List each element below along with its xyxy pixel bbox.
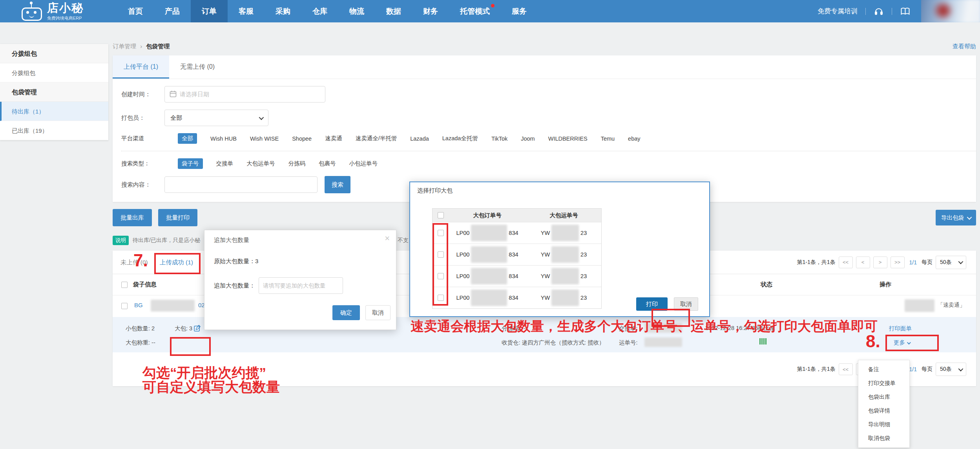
page-first-button[interactable]: << xyxy=(839,257,853,268)
menu-item-export-detail[interactable]: 导出明细 xyxy=(858,418,909,431)
platform-aliexpress[interactable]: 速卖通 xyxy=(325,135,342,142)
platform-name: 「速卖通」 xyxy=(938,302,965,309)
search-type-sort-code[interactable]: 分拣码 xyxy=(288,160,306,167)
nav-item-finance[interactable]: 财务 xyxy=(412,0,449,22)
tracking-suffix: 23 xyxy=(580,251,587,258)
bag-number-link[interactable]: BG xyxy=(134,302,143,308)
date-range-input[interactable]: 请选择日期 xyxy=(164,86,325,103)
packer-select[interactable]: 全部 xyxy=(164,110,268,126)
edit-icon[interactable] xyxy=(194,325,201,333)
col-big-tracking-no: 大包运单号 xyxy=(526,212,602,219)
redacted-order-no xyxy=(471,225,507,241)
nav-item-service[interactable]: 客服 xyxy=(228,0,265,22)
search-input[interactable] xyxy=(164,176,318,193)
page-last-button[interactable]: >> xyxy=(891,257,905,268)
search-content-label: 搜索内容： xyxy=(121,181,164,189)
breadcrumb-parent[interactable]: 订单管理 xyxy=(113,43,136,49)
platform-aliexpress-managed[interactable]: 速卖通全/半托管 xyxy=(356,135,397,142)
platform-wish-hub[interactable]: Wish HUB xyxy=(210,136,237,142)
confirm-button[interactable]: 确定 xyxy=(332,305,360,320)
row-checkbox[interactable] xyxy=(438,295,444,301)
page-next-button[interactable]: > xyxy=(873,257,887,268)
platform-tiktok[interactable]: TikTok xyxy=(491,136,507,142)
menu-item-bag-outbound[interactable]: 包袋出库 xyxy=(858,390,909,404)
nav-item-purchase[interactable]: 采购 xyxy=(265,0,301,22)
divider xyxy=(892,8,892,15)
platform-wish-wise[interactable]: Wish WISE xyxy=(250,136,279,142)
print-button[interactable]: 打印 xyxy=(636,297,668,311)
brand-logo[interactable]: 店小秘 免费跨境电商ERP xyxy=(22,2,84,21)
page-prev-button[interactable]: < xyxy=(856,257,870,268)
per-page-select[interactable]: 50条 xyxy=(936,256,966,269)
help-book-icon[interactable] xyxy=(900,6,910,16)
platform-lazada[interactable]: Lazada xyxy=(410,136,429,142)
sidebar-item-done-out[interactable]: 已出库（19） xyxy=(0,121,108,140)
view-help-link[interactable]: 查看帮助 xyxy=(953,43,976,50)
headset-icon[interactable] xyxy=(874,6,884,16)
batch-outbound-button[interactable]: 批量出库 xyxy=(113,209,152,226)
redacted-order-no xyxy=(471,290,507,306)
row-checkbox[interactable] xyxy=(438,273,444,279)
per-page-select[interactable]: 50条 xyxy=(936,363,966,376)
notice-badge: 说明 xyxy=(113,236,129,245)
more-dropdown-link[interactable]: 更多 xyxy=(894,339,910,346)
nav-item-warehouse[interactable]: 仓库 xyxy=(301,0,338,22)
platform-temu[interactable]: Temu xyxy=(601,136,615,142)
search-type-big-tracking[interactable]: 大包运单号 xyxy=(246,160,275,167)
export-bags-button[interactable]: 导出包袋 xyxy=(936,210,976,225)
redacted-bag-number xyxy=(151,300,195,312)
platform-all[interactable]: 全部 xyxy=(178,133,197,144)
search-type-bag-no[interactable]: 袋子号 xyxy=(178,158,203,169)
nav-item-hosting[interactable]: 托管模式 xyxy=(449,0,501,22)
menu-item-bag-detail[interactable]: 包袋详情 xyxy=(858,404,909,418)
filter-panel: 上传平台 (1) 无需上传 (0) 创建时间： 请选择日期 打包员： 全部 平台… xyxy=(113,55,976,202)
nav-item-home[interactable]: 首页 xyxy=(117,0,154,22)
tab-no-upload[interactable]: 无需上传 (0) xyxy=(169,55,226,79)
nav-item-products[interactable]: 产品 xyxy=(154,0,191,22)
print-label-link[interactable]: 打印面单 xyxy=(889,325,912,332)
platform-wildberries[interactable]: WILDBERRIES xyxy=(548,136,588,142)
big-bag-qty: 大包: 3 xyxy=(175,325,201,333)
user-avatar[interactable] xyxy=(921,0,980,22)
sidebar-group-bags: 包袋管理 xyxy=(0,82,108,102)
select-all-checkbox[interactable] xyxy=(438,212,444,218)
platform-lazada-managed[interactable]: Lazada全托管 xyxy=(442,135,478,142)
page-indicator: 1/1 xyxy=(909,366,917,372)
tracking-suffix: 23 xyxy=(580,230,587,236)
menu-item-remark[interactable]: 备注 xyxy=(858,363,909,376)
sidebar-item-dispatch[interactable]: 分拨组包 xyxy=(0,63,108,82)
subtab-uploaded[interactable]: 上传成功 (1) xyxy=(160,251,193,274)
brand-name: 店小秘 xyxy=(47,2,84,15)
search-type-handover[interactable]: 交接单 xyxy=(216,160,234,167)
page-first-button[interactable]: << xyxy=(839,363,853,375)
print-table-header: 大包订单号 大包运单号 xyxy=(433,209,601,222)
search-button[interactable]: 搜索 xyxy=(325,176,350,193)
platform-ebay[interactable]: ebay xyxy=(628,136,640,142)
sidebar-item-pending-out[interactable]: 待出库（1） xyxy=(0,102,108,121)
add-qty-input[interactable] xyxy=(259,277,343,294)
menu-item-print-handover[interactable]: 打印交接单 xyxy=(858,376,909,390)
menu-item-cancel-bag[interactable]: 取消包袋 xyxy=(858,431,909,445)
upload-tabs: 上传平台 (1) 无需上传 (0) xyxy=(113,55,976,79)
cancel-button[interactable]: 取消 xyxy=(365,305,391,320)
close-icon[interactable]: × xyxy=(385,234,390,243)
cancel-button[interactable]: 取消 xyxy=(674,297,698,311)
batch-print-button[interactable]: 批量打印 xyxy=(158,209,197,226)
platform-joom[interactable]: Joom xyxy=(521,136,535,142)
nav-item-data[interactable]: 数据 xyxy=(375,0,412,22)
free-training-link[interactable]: 免费专属培训 xyxy=(818,7,858,16)
select-all-checkbox[interactable] xyxy=(121,282,128,288)
export-bags-label: 导出包袋 xyxy=(941,214,964,222)
nav-item-services[interactable]: 服务 xyxy=(501,0,538,22)
row-checkbox[interactable] xyxy=(438,230,444,236)
search-type-parcel-no[interactable]: 包裹号 xyxy=(319,160,336,167)
nav-item-orders[interactable]: 订单 xyxy=(191,0,228,22)
nav-item-logistics[interactable]: 物流 xyxy=(338,0,375,22)
row-checkbox[interactable] xyxy=(438,251,444,258)
search-type-small-tracking[interactable]: 小包运单号 xyxy=(349,160,378,167)
per-page-label: 每页 xyxy=(922,366,933,373)
platform-shopee[interactable]: Shopee xyxy=(292,136,312,142)
tab-upload-platform[interactable]: 上传平台 (1) xyxy=(113,55,169,79)
create-time-label: 创建时间： xyxy=(121,91,164,98)
row-checkbox[interactable] xyxy=(121,303,128,309)
